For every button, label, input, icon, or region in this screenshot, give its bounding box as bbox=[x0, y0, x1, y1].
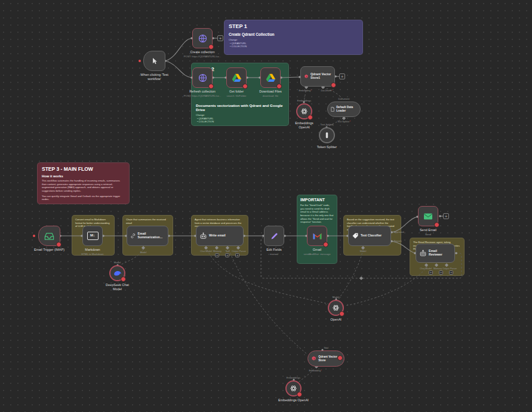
connector-label-model: Model bbox=[140, 251, 147, 254]
node-email-trigger-imap[interactable]: Email Trigger (IMAP) bbox=[38, 226, 60, 246]
google-drive-icon bbox=[232, 73, 242, 83]
cursor-icon bbox=[150, 57, 159, 66]
connector-label-model: Model bbox=[360, 250, 367, 253]
openai-icon bbox=[332, 304, 340, 312]
error-badge bbox=[297, 392, 302, 397]
node-embeddings-openai-top[interactable]: Embeddings Embeddings OpenAI bbox=[296, 103, 312, 119]
node-write-email[interactable]: Write email bbox=[196, 226, 244, 246]
node-deepseek-chat-model[interactable]: Model DeepSeek Chat Model bbox=[109, 265, 125, 281]
n8n-workflow-canvas[interactable]: { "stickies": { "step1": {"title":"STEP … bbox=[0, 0, 532, 412]
error-badge bbox=[276, 84, 282, 89]
output-label-rework: Rework bbox=[393, 239, 401, 242]
node-qdrant-vector-store[interactable]: Qdrant Vector Store Tool bbox=[307, 350, 345, 367]
openai-icon bbox=[300, 107, 308, 115]
node-label: MarkdownHTML to Markdown bbox=[73, 248, 112, 256]
connector-label-output-parser: Output Parser bbox=[442, 267, 457, 270]
node-embeddings-openai-bottom[interactable]: Embeddings Embeddings OpenAI bbox=[285, 380, 302, 396]
connector-label-model: Model bbox=[333, 296, 339, 299]
add-subnode-endpoint[interactable]: + bbox=[215, 253, 219, 257]
node-title: Qdrant Vector Store1 bbox=[310, 73, 331, 80]
node-markdown[interactable]: M↓ MarkdownHTML to Markdown bbox=[82, 226, 103, 246]
node-manual-trigger[interactable]: When clicking 'Test workflow' bbox=[143, 51, 165, 71]
error-badge bbox=[323, 242, 328, 247]
error-badge bbox=[121, 276, 126, 282]
error-badge bbox=[331, 82, 336, 88]
connector-label-document: Document bbox=[338, 97, 349, 100]
error-badge bbox=[242, 84, 248, 89]
connector-label-text-splitter: Text Splitter* bbox=[337, 120, 350, 123]
globe-icon bbox=[198, 33, 208, 44]
node-label: Token Splitter bbox=[313, 145, 341, 149]
node-label: Embeddings OpenAI bbox=[276, 398, 312, 402]
node-label: Download Filesdownload: file bbox=[251, 90, 290, 97]
add-subnode-endpoint[interactable]: + bbox=[225, 253, 229, 257]
node-default-data-loader[interactable]: Default Data Loader Document bbox=[327, 102, 361, 117]
node-download-files[interactable]: Download Filesdownload: file bbox=[260, 67, 281, 88]
connector-label-document: Document* bbox=[321, 89, 332, 92]
node-get-folder[interactable]: Get foldersearch: fileFolder bbox=[226, 67, 247, 88]
node-qdrant-vector-store1[interactable]: Qdrant Vector Store1 bbox=[300, 66, 335, 87]
error-badge bbox=[56, 242, 61, 247]
trigger-issue-dot bbox=[33, 235, 35, 237]
error-badge bbox=[307, 115, 313, 120]
markdown-icon: M↓ bbox=[87, 232, 99, 240]
node-text-classifier[interactable]: Text Classifier bbox=[348, 226, 391, 246]
connector-label-memory: Memory bbox=[433, 267, 442, 270]
connector-label-embedding: Embedding* bbox=[309, 369, 321, 372]
node-gmail[interactable]: GmailsendAndWait: message bbox=[307, 226, 327, 246]
node-email-summarization[interactable]: Email Summarization... bbox=[127, 226, 168, 246]
node-title: Email Summarization... bbox=[138, 232, 165, 239]
node-title: Text Classifier bbox=[361, 234, 382, 238]
connector-label-text-splitter: Text Splitter bbox=[321, 123, 334, 126]
add-subnode-endpoint[interactable]: + bbox=[235, 253, 239, 257]
node-label: Edit Fieldsmanual bbox=[254, 248, 294, 256]
node-label: OpenAI bbox=[324, 318, 348, 322]
add-subnode-endpoint[interactable]: + bbox=[449, 270, 453, 275]
add-node-endpoint[interactable]: + bbox=[443, 213, 449, 219]
pencil-icon bbox=[270, 232, 279, 241]
node-label: Send EmailSend bbox=[408, 228, 448, 236]
node-label: DeepSeek Chat Model bbox=[103, 283, 133, 291]
connector-label-embedding: Embedding* bbox=[299, 89, 311, 92]
connector-label-embeddings: Embeddings bbox=[287, 376, 300, 379]
add-subnode-endpoint[interactable]: + bbox=[439, 270, 443, 275]
add-node-endpoint[interactable]: + bbox=[217, 35, 223, 41]
openai-icon bbox=[290, 385, 297, 392]
node-label: When clicking 'Test workflow' bbox=[135, 73, 174, 81]
connector-label-tool: Tool bbox=[225, 250, 229, 253]
node-label: Create collectionPOST: https://QDRANTURL… bbox=[183, 50, 222, 58]
tag-icon bbox=[352, 232, 359, 239]
connector-label-tool: Tool bbox=[324, 346, 328, 349]
node-title: Default Data Loader bbox=[336, 106, 357, 112]
error-badge bbox=[337, 355, 343, 361]
inbox-icon bbox=[44, 232, 54, 241]
node-label: Email Trigger (IMAP) bbox=[30, 248, 69, 252]
error-badge bbox=[208, 84, 214, 89]
whale-icon bbox=[113, 270, 122, 276]
connector-label-chat-model: Chat Model bbox=[420, 267, 432, 270]
qdrant-icon bbox=[311, 355, 316, 362]
add-node-endpoint[interactable]: + bbox=[339, 73, 345, 79]
connections-layer bbox=[0, 0, 532, 412]
robot-icon bbox=[419, 250, 427, 257]
error-badge bbox=[434, 222, 439, 227]
envelope-icon bbox=[423, 213, 433, 220]
node-edit-fields[interactable]: Edit Fieldsmanual bbox=[264, 226, 284, 246]
node-email-reviewer[interactable]: Email Reviewer bbox=[416, 244, 455, 263]
node-label: GmailsendAndWait: message bbox=[297, 248, 337, 256]
add-subnode-endpoint[interactable]: + bbox=[429, 270, 433, 275]
node-openai[interactable]: Model OpenAI bbox=[328, 300, 344, 316]
google-drive-icon bbox=[266, 73, 276, 83]
node-send-email[interactable]: Send EmailSend bbox=[418, 206, 438, 226]
connector-label-memory: Memory bbox=[213, 250, 222, 253]
node-refresh-collection[interactable]: Refresh collectionPOST: https://QDRANTUR… bbox=[192, 67, 213, 88]
gmail-icon bbox=[312, 232, 322, 240]
node-token-splitter[interactable]: Text Splitter Token Splitter bbox=[319, 127, 335, 143]
output-label-approved: Approved bbox=[394, 230, 404, 233]
node-label: Embeddings OpenAI bbox=[291, 121, 318, 130]
file-icon bbox=[331, 106, 334, 112]
error-badge bbox=[339, 311, 345, 316]
node-create-collection[interactable]: Create collectionPOST: https://QDRANTURL… bbox=[192, 28, 213, 48]
robot-icon bbox=[199, 232, 207, 239]
node-title: Email Reviewer bbox=[429, 250, 451, 257]
